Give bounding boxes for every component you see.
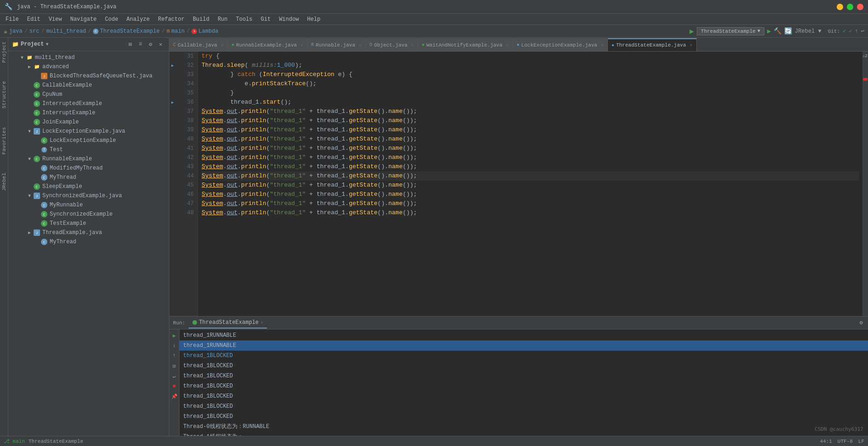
clear-output-btn[interactable]: ⊡ — [170, 362, 179, 370]
tab-runnableex[interactable]: ● RunnableExample.java ✕ — [228, 38, 307, 51]
tab-waitnotify[interactable]: ● WaitAndNotifyExample.java ✕ — [418, 38, 513, 51]
tree-item-blocked[interactable]: ▶ J BlockedThreadSafeQueueTest.java — [8, 71, 169, 81]
bottom-tab-close[interactable]: ✕ — [260, 320, 263, 325]
run-config-box[interactable]: ThreadStateExample ▼ — [697, 27, 764, 35]
tab-close-lockex[interactable]: ✕ — [601, 42, 604, 48]
menu-build[interactable]: Build — [189, 15, 213, 23]
output-line[interactable]: thread_1BLOCKED — [179, 371, 868, 381]
favorites-label[interactable]: Favorites — [1, 127, 7, 154]
output-line[interactable]: Thread-0线程状态为：RUNNABLE — [179, 422, 868, 432]
breadcrumb-main[interactable]: m main — [167, 28, 185, 35]
jrebel-side-label[interactable]: JRebel — [1, 173, 7, 191]
reload-icon[interactable]: 🔄 — [784, 27, 792, 35]
tab-close-object[interactable]: ✕ — [411, 42, 414, 48]
tab-close-threadstate[interactable]: ✕ — [690, 42, 693, 48]
bookmark-32[interactable]: ▶ — [169, 61, 176, 70]
structure-label[interactable]: Structure — [1, 81, 7, 108]
run-again-btn[interactable]: ▶ — [170, 331, 179, 340]
dropdown-arrow[interactable]: ▼ — [46, 42, 48, 47]
menu-file[interactable]: File — [2, 15, 23, 23]
pin-btn[interactable]: 📌 — [170, 392, 179, 400]
menu-window[interactable]: Window — [275, 15, 302, 23]
tree-item-cpunum[interactable]: ▶ C CpuNum — [8, 90, 169, 99]
output-line[interactable]: thread_1BLOCKED — [179, 381, 868, 391]
output-line[interactable]: thread_1RUNNABLE — [179, 330, 868, 340]
soft-wrap-btn[interactable]: ↵ — [170, 372, 179, 380]
jrebel-label[interactable]: JRebel ▼ — [795, 28, 822, 35]
nav-run-btn[interactable]: ▶ — [689, 27, 694, 36]
breadcrumb-thread-state[interactable]: C ThreadStateExample — [93, 28, 160, 35]
output-line[interactable]: thread_1RUNNABLE — [179, 340, 868, 351]
breadcrumb-src[interactable]: src — [29, 28, 40, 35]
output-line[interactable]: thread_1BLOCKED — [179, 351, 868, 361]
tree-item-sync[interactable]: ▼ J SynchronizedExample.java — [8, 191, 169, 200]
output-line[interactable]: Thread-1线程状态为： — [179, 432, 868, 436]
menu-view[interactable]: View — [45, 15, 66, 23]
tree-item-interrupt[interactable]: ▶ C InterruptExample — [8, 108, 169, 117]
tree-item-root[interactable]: ▼ 📁 multi_thread — [8, 53, 169, 62]
output-line[interactable]: thread_1BLOCKED — [179, 391, 868, 401]
tree-item-mythread2[interactable]: ▶ C MyThread — [8, 237, 169, 246]
output-line[interactable]: thread_1BLOCKED — [179, 411, 868, 422]
sort-btn[interactable]: ≡ — [136, 40, 145, 49]
tree-item-sync-class[interactable]: ▶ C SynchronizedExample — [8, 210, 169, 219]
breadcrumb-java[interactable]: java — [9, 28, 23, 35]
close-button[interactable] — [857, 4, 863, 10]
tab-lockex[interactable]: ● LockExceptionExample.java ✕ — [513, 38, 608, 51]
menu-analyze[interactable]: Analyze — [123, 15, 153, 23]
run-output[interactable]: thread_1RUNNABLEthread_1RUNNABLEthread_1… — [179, 329, 868, 436]
close-sidebar-btn[interactable]: ✕ — [156, 40, 165, 49]
minimize-button[interactable] — [837, 4, 843, 10]
tree-item-lock-class[interactable]: ▶ C LockExceptionExample — [8, 136, 169, 145]
output-line[interactable]: thread_1BLOCKED — [179, 401, 868, 411]
tree-item-interrupted[interactable]: ▶ C InterruptedExample — [8, 99, 169, 108]
breadcrumb-multi-thread[interactable]: multi_thread — [46, 28, 86, 35]
build-icon[interactable]: 🔨 — [774, 27, 781, 35]
tree-item-myrunnable[interactable]: ▶ C MyRunnable — [8, 200, 169, 210]
tree-item-runnable[interactable]: ▼ C RunnableExample — [8, 154, 169, 164]
scroll-up-btn[interactable]: ↑ — [170, 352, 179, 360]
tree-item-testexample[interactable]: ▶ C TestExample — [8, 219, 169, 228]
scroll-to-end-btn[interactable]: ↓ — [170, 341, 179, 350]
tree-item-sleep[interactable]: ▶ C SleepExample — [8, 182, 169, 191]
bottom-tab-threadstate[interactable]: ThreadStateExample ✕ — [189, 317, 267, 329]
tab-close-runnableex[interactable]: ✕ — [301, 42, 303, 48]
menu-help[interactable]: Help — [303, 15, 324, 23]
menu-run[interactable]: Run — [214, 15, 231, 23]
menu-refactor[interactable]: Refactor — [154, 15, 188, 23]
settings-btn[interactable]: ⚙ — [146, 40, 155, 49]
play-icon[interactable]: ▶ — [767, 27, 771, 35]
tab-close-waitnotify[interactable]: ✕ — [506, 42, 509, 48]
tree-item-test[interactable]: ▶ T Test — [8, 145, 169, 154]
tab-object[interactable]: O Object.java ✕ — [366, 38, 418, 51]
menu-git[interactable]: Git — [257, 15, 275, 23]
git-push-icon[interactable]: ↑ — [855, 28, 858, 35]
collapse-all-btn[interactable]: ⊞ — [126, 40, 135, 49]
tab-close-runnable[interactable]: ✕ — [359, 42, 362, 48]
menu-code[interactable]: Code — [101, 15, 122, 23]
tree-item-lock[interactable]: ▼ J LockExceptionExample.java — [8, 127, 169, 136]
tab-close-callable[interactable]: ✕ — [221, 42, 224, 48]
git-undo-icon[interactable]: ↩ — [861, 28, 864, 35]
tree-item-threadex[interactable]: ▶ J ThreadExample.java — [8, 228, 169, 237]
settings-gear-btn[interactable]: ⚙ — [856, 318, 866, 328]
code-content[interactable]: try { Thread.sleep( millis: 1_000); } ca… — [198, 52, 862, 316]
menu-edit[interactable]: Edit — [23, 15, 44, 23]
tab-callable[interactable]: C Callable.java ✕ — [169, 38, 228, 51]
output-line[interactable]: thread_1BLOCKED — [179, 361, 868, 371]
git-check-icon[interactable]: ✓ — [843, 28, 846, 35]
tab-threadstate[interactable]: ● ThreadStateExample.java ✕ — [608, 38, 697, 51]
tree-item-callable[interactable]: ▶ C CallableExample — [8, 81, 169, 90]
tab-runnable[interactable]: R Runnable.java ✕ — [307, 38, 366, 51]
maximize-button[interactable] — [847, 4, 853, 10]
scrollbar[interactable]: ⚠2 — [862, 52, 868, 316]
menu-navigate[interactable]: Navigate — [66, 15, 100, 23]
git-check2-icon[interactable]: ✓ — [849, 28, 852, 35]
tree-item-modified[interactable]: ▶ C ModifiedMyThread — [8, 164, 169, 173]
bookmark-36[interactable]: ▶ — [169, 98, 176, 107]
project-label[interactable]: Project — [1, 41, 7, 63]
breadcrumb-lambda[interactable]: λ Lambda — [191, 28, 218, 35]
stop-btn[interactable]: ■ — [170, 382, 179, 390]
tree-item-mythread[interactable]: ▶ C MyThread — [8, 173, 169, 182]
tree-item-join[interactable]: ▶ C JoinExample — [8, 117, 169, 127]
